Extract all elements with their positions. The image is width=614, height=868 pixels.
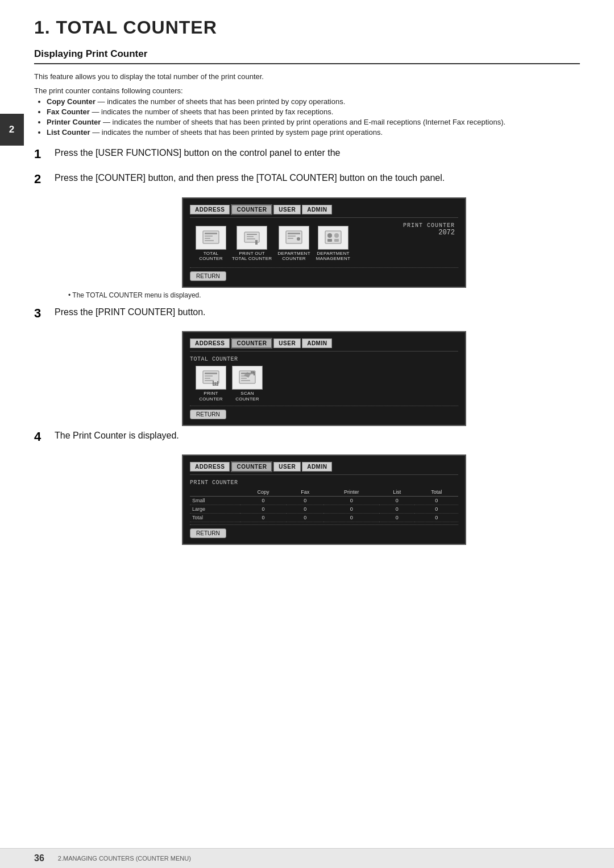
svg-rect-28 (241, 378, 247, 379)
total-list: 0 (379, 513, 414, 522)
table-header-row: Copy Fax Printer List Total (190, 488, 458, 497)
svg-rect-16 (327, 239, 332, 242)
nav-user-1[interactable]: USER (273, 205, 301, 214)
icon-print-counter-label: PRINTCOUNTER (199, 391, 223, 402)
svg-rect-20 (205, 373, 217, 374)
icon-print-out-box (237, 226, 267, 250)
svg-rect-2 (205, 235, 213, 237)
print-counter-value: 2072 (438, 229, 455, 237)
nav-address-1[interactable]: ADDRESS (190, 205, 230, 214)
nav-counter-1[interactable]: COUNTER (231, 204, 272, 215)
nav-admin-1[interactable]: ADMIN (302, 205, 332, 214)
icon-total-counter[interactable]: TOTALCOUNTER (196, 226, 226, 262)
svg-point-17 (334, 233, 339, 238)
nav-user-2[interactable]: USER (273, 338, 301, 348)
icon-print-out-label: PRINT OUTTOTAL COUNTER (232, 251, 272, 262)
step-1-number: 1 (34, 147, 50, 162)
large-copy: 0 (240, 505, 287, 513)
nav-address-3[interactable]: ADDRESS (190, 462, 230, 472)
svg-rect-21 (205, 375, 213, 377)
panel-2-divider (190, 406, 458, 406)
step-2-number: 2 (34, 172, 50, 187)
touch-panel-1: ADDRESS COUNTER USER ADMIN (182, 197, 466, 288)
panel-2-icons: PRINTCOUNTER (196, 366, 458, 402)
icon-scan-counter-box (232, 366, 263, 390)
step-4-number: 4 (34, 429, 50, 444)
col-header-total: Total (414, 488, 458, 497)
panel-1-return-btn[interactable]: RETURN (190, 271, 226, 281)
icon-department-counter-box (279, 226, 309, 250)
total-fax: 0 (287, 513, 323, 522)
page: 2 1. TOTAL COUNTER Displaying Print Coun… (0, 0, 614, 868)
large-fax: 0 (287, 505, 323, 513)
panel-1-note: The TOTAL COUNTER menu is displayed. (68, 291, 580, 299)
panel-1-container: ADDRESS COUNTER USER ADMIN (68, 197, 580, 288)
icon-print-counter[interactable]: PRINTCOUNTER (196, 366, 226, 402)
svg-rect-3 (205, 238, 210, 239)
bullet-list-counter: List Counter — indicates the number of s… (47, 128, 580, 137)
svg-rect-18 (334, 239, 339, 242)
nav-admin-2[interactable]: ADMIN (302, 338, 332, 348)
bottom-text: 2.MANAGING COUNTERS (COUNTER MENU) (58, 855, 191, 862)
intro-text-1: This feature allows you to display the t… (34, 72, 580, 81)
large-total: 0 (414, 505, 458, 513)
nav-user-3[interactable]: USER (273, 462, 301, 472)
row-label-large: Large (190, 505, 240, 513)
step-4-text: The Print Counter is displayed. (55, 429, 179, 442)
svg-rect-11 (288, 235, 296, 237)
step-3: 3 Press the [PRINT COUNTER] button. (34, 306, 580, 321)
col-header-list: List (379, 488, 414, 497)
step-1: 1 Press the [USER FUNCTIONS] button on t… (34, 147, 580, 162)
icon-department-counter-label: DEPARTMENTCOUNTER (277, 251, 310, 262)
svg-rect-22 (205, 378, 210, 379)
row-label-small: Small (190, 496, 240, 505)
svg-rect-10 (288, 233, 300, 234)
small-list: 0 (379, 496, 414, 505)
bullet-fax: Fax Counter — indicates the number of sh… (47, 108, 580, 116)
icon-print-out[interactable]: PRINT OUTTOTAL COUNTER (232, 226, 272, 262)
total-copy: 0 (240, 513, 287, 522)
step-1-text: Press the [USER FUNCTIONS] button on the… (55, 147, 340, 159)
nav-counter-2[interactable]: COUNTER (231, 338, 272, 349)
panel-3-label: PRINT COUNTER (190, 480, 458, 486)
svg-rect-7 (247, 236, 254, 237)
panel-2-container: ADDRESS COUNTER USER ADMIN TOTAL COUNTER (68, 331, 580, 425)
print-counter-label: PRINT COUNTER (403, 222, 455, 229)
svg-rect-29 (241, 380, 250, 381)
table-row-total: Total 0 0 0 0 0 (190, 513, 458, 522)
side-label: 2 (0, 114, 24, 146)
print-counter-table: Copy Fax Printer List Total Small 0 0 0 … (190, 488, 458, 522)
svg-rect-12 (288, 238, 293, 239)
svg-point-15 (327, 233, 332, 238)
nav-counter-3[interactable]: COUNTER (231, 461, 272, 472)
row-label-total: Total (190, 513, 240, 522)
icon-total-counter-label: TOTALCOUNTER (199, 251, 223, 262)
bottom-bar: 36 2.MANAGING COUNTERS (COUNTER MENU) (0, 848, 614, 868)
panel-1-divider (190, 267, 458, 268)
svg-rect-14 (325, 231, 341, 243)
svg-rect-1 (205, 233, 217, 234)
nav-address-2[interactable]: ADDRESS (190, 338, 230, 348)
touch-panel-3: ADDRESS COUNTER USER ADMIN PRINT COUNTER… (182, 454, 466, 545)
large-list: 0 (379, 505, 414, 513)
svg-rect-4 (205, 240, 214, 241)
small-copy: 0 (240, 496, 287, 505)
panel-2-return-btn[interactable]: RETURN (190, 410, 226, 419)
small-printer: 0 (323, 496, 379, 505)
icon-scan-counter[interactable]: SCANCOUNTER (232, 366, 263, 402)
total-total: 0 (414, 513, 458, 522)
panel-3-return-btn[interactable]: RETURN (190, 528, 226, 538)
step-2-text: Press the [COUNTER] button, and then pre… (55, 172, 445, 184)
bullet-copy: Copy Counter — indicates the number of s… (47, 97, 580, 106)
table-row-small: Small 0 0 0 0 0 (190, 496, 458, 505)
svg-rect-23 (205, 380, 214, 381)
icon-department-counter[interactable]: DEPARTMENTCOUNTER (277, 226, 310, 262)
col-header-copy: Copy (240, 488, 287, 497)
col-header-label (190, 488, 240, 497)
icon-department-management[interactable]: DEPARTMENTMANAGEMENT (316, 226, 350, 262)
step-4: 4 The Print Counter is displayed. (34, 429, 580, 444)
counter-list-intro: The print counter contains following cou… (34, 86, 580, 95)
section-heading: Displaying Print Counter (34, 48, 580, 64)
nav-admin-3[interactable]: ADMIN (302, 462, 332, 472)
icon-department-management-label: DEPARTMENTMANAGEMENT (316, 251, 350, 262)
